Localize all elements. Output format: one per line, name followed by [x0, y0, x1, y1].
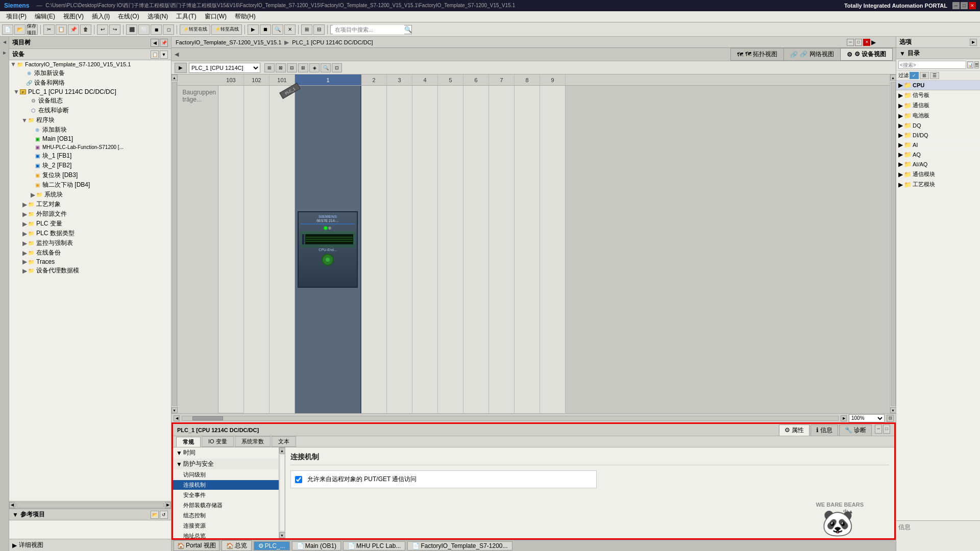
- fit-btn[interactable]: ⊡: [887, 415, 894, 422]
- menu-item-help[interactable]: 帮助(H): [231, 11, 260, 22]
- vscroll-up[interactable]: ▲: [172, 74, 178, 81]
- catalog-chart-btn[interactable]: 📊: [967, 61, 973, 68]
- catalog-list-btn[interactable]: ☰: [974, 61, 979, 68]
- toolbar-stop[interactable]: ⏹: [260, 24, 271, 35]
- canvas-btn-4[interactable]: ⊞: [298, 63, 308, 72]
- tree-online-diag[interactable]: ⬡ 在线和诊断: [9, 106, 171, 115]
- tree-hw-config[interactable]: ⚙ 设备组态: [9, 96, 171, 106]
- tab-diag[interactable]: 🔧 诊断: [839, 424, 872, 436]
- props-btn2[interactable]: □: [883, 424, 890, 434]
- catalog-ai[interactable]: ▶ 📁 AI: [896, 140, 980, 150]
- prop-tab-text[interactable]: 文本: [272, 436, 296, 447]
- menu-item-edit[interactable]: 编辑(E): [31, 11, 59, 22]
- toolbar-paste[interactable]: 📌: [68, 24, 79, 35]
- toolbar-x[interactable]: ✕: [284, 24, 296, 35]
- prop-security-header[interactable]: ▼ 防护与安全: [173, 459, 279, 470]
- left-icon-2[interactable]: ▶: [1, 49, 8, 56]
- menu-item-options[interactable]: 选项(N): [143, 11, 173, 22]
- slot-9[interactable]: [540, 86, 566, 413]
- canvas-zoom-in[interactable]: 🔍: [321, 63, 331, 72]
- tree-external[interactable]: ▶ 📁 外部源文件: [9, 209, 171, 219]
- overview-tab[interactable]: 🏠 总览: [222, 540, 252, 551]
- prop-conn-mech[interactable]: 连接机制: [173, 480, 279, 490]
- toolbar-open[interactable]: 📂: [14, 24, 26, 35]
- canvas-vscroll-down[interactable]: ▼: [890, 407, 896, 413]
- left-scroll-left[interactable]: ◀: [9, 502, 15, 508]
- tab-device[interactable]: ⚙ ⚙ 设备视图: [840, 48, 893, 61]
- toolbar-split2[interactable]: ⊟: [313, 24, 325, 35]
- tree-db4[interactable]: ▣ 轴二次下动 [DB4]: [9, 180, 171, 190]
- toolbar-start[interactable]: ▶: [248, 24, 259, 35]
- slot-4[interactable]: [412, 86, 438, 413]
- canvas-btn-3[interactable]: ⊟: [287, 63, 297, 72]
- menu-item-tools[interactable]: 工具(T): [172, 11, 200, 22]
- catalog-battery[interactable]: ▶ 📁 电池板: [896, 111, 980, 121]
- tree-fb2[interactable]: ▣ 块_2 [FB2]: [9, 161, 171, 170]
- tab-info[interactable]: ℹ 信息: [811, 424, 838, 436]
- slot-101[interactable]: [270, 86, 295, 413]
- ref-btn2[interactable]: ↺: [160, 511, 168, 519]
- new-btn[interactable]: 📋: [151, 51, 159, 59]
- tree-traces[interactable]: ▶ 📁 Traces: [9, 258, 171, 266]
- catalog-dq[interactable]: ▶ 📁 DQ: [896, 121, 980, 131]
- prop-access[interactable]: 访问级别: [173, 470, 279, 480]
- tab-topology[interactable]: 🗺 🗺 拓扑视图: [730, 48, 783, 61]
- tree-backup[interactable]: ▶ 📁 在线备份: [9, 248, 171, 258]
- slot-103[interactable]: [218, 86, 244, 413]
- plc-tab[interactable]: ⚙ PLC_...: [254, 541, 290, 550]
- tree-mhu[interactable]: ▣ MHU-PLC-Lab-Function-S71200 [...: [9, 143, 171, 151]
- menu-item-project[interactable]: 项目(P): [2, 11, 31, 22]
- menu-item-view[interactable]: 视图(V): [59, 11, 88, 22]
- ref-btn1[interactable]: 📂: [151, 511, 159, 519]
- pane-maximize[interactable]: □: [855, 39, 862, 46]
- right-panel-collapse[interactable]: ▶: [970, 39, 977, 46]
- catalog-aq[interactable]: ▶ 📁 AQ: [896, 150, 980, 160]
- catalog-search[interactable]: [898, 61, 966, 69]
- main-tab[interactable]: 📄 Main (OB1): [292, 541, 341, 550]
- prop-addr-overview[interactable]: 地址总览: [173, 531, 279, 538]
- filter-table-btn[interactable]: ⊞: [920, 72, 929, 79]
- pane-extra-btn[interactable]: ▶: [871, 39, 892, 46]
- vscroll-down[interactable]: ▼: [172, 407, 178, 413]
- tree-add-block[interactable]: ⊕ 添加新块: [9, 125, 171, 135]
- left-scroll-right[interactable]: ▶: [165, 502, 171, 508]
- prop-tab-io[interactable]: IO 变量: [202, 436, 234, 447]
- prop-tab-general[interactable]: 常规: [176, 437, 201, 447]
- toolbar-go-online[interactable]: ⚡转至在线: [180, 24, 210, 35]
- pane-minimize[interactable]: ─: [847, 39, 854, 46]
- catalog-aiaq[interactable]: ▶ 📁 AI/AQ: [896, 160, 980, 169]
- prop-expand-arrow[interactable]: ▼ 时间: [173, 447, 279, 459]
- slot-102[interactable]: [244, 86, 270, 413]
- toolbar-copy[interactable]: 📋: [56, 24, 67, 35]
- tree-device-network[interactable]: 🔗 设备和网络: [9, 78, 171, 88]
- toolbar-cut[interactable]: ✂: [43, 24, 55, 35]
- filter-list-btn[interactable]: ☰: [930, 72, 939, 79]
- toolbar-redo[interactable]: ↪: [109, 24, 120, 35]
- catalog-comm-mod[interactable]: ▶ 📁 通信模块: [896, 169, 980, 180]
- nav-left-btn[interactable]: ◀: [175, 51, 179, 58]
- tree-add-device[interactable]: ⊕ 添加新设备: [9, 68, 171, 78]
- catalog-comm-board[interactable]: ▶ 📁 通信板: [896, 101, 980, 111]
- toolbar-b4[interactable]: ◻: [163, 24, 174, 35]
- catalog-signalboard[interactable]: ▶ 📁 信号板: [896, 90, 980, 101]
- conn-checkbox[interactable]: [295, 476, 302, 483]
- toolbar-more[interactable]: 🔍: [272, 24, 283, 35]
- filter-active-btn[interactable]: ✓: [910, 72, 919, 79]
- slot-1-cpu[interactable]: SIEMENS 6ES7E 214-...: [295, 86, 361, 413]
- tree-plc-types[interactable]: ▶ 📁 PLC 数据类型: [9, 229, 171, 238]
- tree-plc-var[interactable]: ▶ 📁 PLC 变量: [9, 219, 171, 229]
- toolbar-delete[interactable]: 🗑: [80, 24, 91, 35]
- prop-security-event[interactable]: 安全事件: [173, 490, 279, 500]
- catalog-didq[interactable]: ▶ 📁 DI/DQ: [896, 131, 980, 140]
- toolbar-split[interactable]: ⊞: [301, 24, 312, 35]
- toolbar-save-project[interactable]: 保存项目: [27, 24, 38, 35]
- catalog-cpu-item[interactable]: ▶ 📁 CPU: [896, 81, 980, 90]
- prop-config-ctrl[interactable]: 组态控制: [173, 511, 279, 521]
- mhu-tab[interactable]: 📄 MHU PLC Lab...: [343, 541, 405, 550]
- prop-tab-sysconst[interactable]: 系统常数: [235, 436, 271, 447]
- filter-btn[interactable]: ▼: [160, 51, 168, 59]
- tree-plc1[interactable]: ▼ P PLC_1 [CPU 1214C DC/DC/DC]: [9, 88, 171, 96]
- tree-db3[interactable]: ▣ 复位块 [DB3]: [9, 170, 171, 180]
- canvas-btn-2[interactable]: ⊠: [276, 63, 286, 72]
- props-btn1[interactable]: ─: [875, 424, 882, 434]
